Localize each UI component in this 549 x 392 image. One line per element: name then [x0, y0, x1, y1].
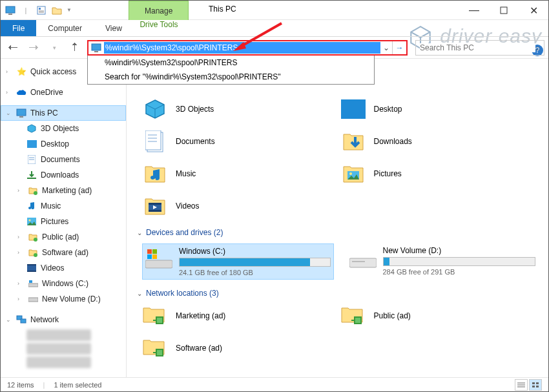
folder-videos[interactable]: Videos [142, 194, 340, 218]
network-folder-icon [142, 304, 168, 327]
sidebar-music[interactable]: Music [1, 198, 126, 214]
close-button[interactable]: ✕ [519, 1, 548, 20]
back-button[interactable]: 🠐 [5, 39, 21, 56]
titlebar: | ▼ Manage This PC ― ✕ [1, 1, 548, 20]
sidebar-drive-d[interactable]: ›New Volume (D:) [1, 291, 126, 307]
sidebar-desktop[interactable]: Desktop [1, 136, 126, 152]
svg-rect-28 [28, 298, 38, 302]
sidebar-public[interactable]: ›Public (ad) [1, 229, 126, 245]
up-button[interactable]: 🠑 [67, 39, 83, 56]
svg-rect-26 [28, 284, 38, 287]
properties-icon[interactable] [34, 3, 48, 17]
section-network-locations[interactable]: ⌄Network locations (3) [137, 289, 538, 298]
tab-view[interactable]: View [94, 20, 134, 36]
document-icon [26, 154, 37, 165]
maximize-button[interactable] [489, 1, 519, 20]
forward-button[interactable]: 🠒 [25, 39, 42, 56]
folder-desktop[interactable]: Desktop [340, 98, 539, 121]
manage-contextual-tab[interactable]: Manage [129, 1, 189, 20]
sidebar-3d-objects[interactable]: 3D Objects [1, 121, 126, 136]
svg-rect-49 [352, 261, 365, 262]
svg-rect-27 [29, 280, 32, 283]
sidebar-pictures[interactable]: Pictures [1, 214, 126, 229]
new-folder-icon[interactable] [50, 3, 64, 17]
svg-rect-6 [501, 7, 507, 14]
folder-3d-objects[interactable]: 3D Objects [142, 98, 340, 121]
desktop-icon [340, 98, 366, 121]
network-marketing[interactable]: Marketing (ad) [142, 304, 340, 327]
folder-music[interactable]: Music [142, 162, 340, 185]
music-icon [142, 162, 168, 185]
tab-file[interactable]: File [1, 20, 36, 36]
svg-rect-31 [341, 99, 366, 119]
minimize-button[interactable]: ― [459, 1, 489, 20]
sidebar-marketing[interactable]: ›Marketing (ad) [1, 183, 126, 198]
network-folder-icon [28, 185, 38, 196]
folder-pictures[interactable]: Pictures [340, 162, 539, 185]
svg-point-18 [34, 191, 37, 195]
drive-usage-bar [384, 258, 389, 265]
document-icon [142, 130, 168, 153]
drive-icon [28, 294, 38, 304]
suggestion-item[interactable]: Search for "%windir%\System32\spool\PRIN… [88, 70, 374, 84]
search-box[interactable]: ⌕ [415, 40, 544, 56]
drive-icon [28, 278, 38, 289]
suggestion-item[interactable]: %windir%\System32\spool\PRINTERS [88, 56, 374, 70]
chevron-down-icon: ⌄ [137, 290, 142, 297]
cloud-icon [16, 87, 26, 98]
drive-d[interactable]: New Volume (D:) 284 GB free of 291 GB [347, 243, 539, 280]
sidebar-network[interactable]: ⌄Network [1, 312, 126, 327]
address-suggestions: %windir%\System32\spool\PRINTERS Search … [87, 56, 375, 85]
address-bar[interactable]: ⌄ → [87, 40, 408, 56]
svg-rect-0 [6, 6, 15, 13]
tab-computer[interactable]: Computer [36, 20, 94, 36]
folder-downloads[interactable]: Downloads [340, 130, 539, 153]
svg-rect-47 [152, 254, 157, 259]
icons-view-button[interactable] [529, 379, 542, 391]
go-button[interactable]: → [392, 41, 406, 54]
svg-rect-3 [39, 8, 41, 10]
chevron-down-icon[interactable]: ▼ [67, 7, 72, 13]
svg-rect-8 [94, 51, 98, 52]
folder-documents[interactable]: Documents [142, 130, 340, 153]
drive-icon [349, 246, 377, 269]
sidebar-drive-c[interactable]: ›Windows (C:) [1, 276, 126, 291]
sidebar-onedrive[interactable]: ›OneDrive [1, 85, 126, 100]
address-history-dropdown[interactable]: ⌄ [380, 43, 392, 52]
svg-rect-25 [27, 271, 36, 272]
navigation-pane: ›⭐Quick access ›OneDrive ⌄This PC 3D Obj… [1, 59, 127, 377]
svg-rect-13 [27, 140, 37, 148]
sidebar-this-pc[interactable]: ⌄This PC [1, 105, 126, 121]
blurred-item [26, 329, 91, 341]
cube-icon [142, 98, 168, 121]
sidebar-documents[interactable]: Documents [1, 152, 126, 167]
svg-point-22 [34, 253, 37, 257]
window-title: This PC [209, 5, 236, 14]
video-icon [142, 194, 168, 218]
sidebar-downloads[interactable]: Downloads [1, 167, 126, 183]
network-public[interactable]: Public (ad) [340, 304, 539, 327]
address-input[interactable] [104, 42, 380, 54]
svg-rect-30 [21, 319, 26, 323]
section-devices-drives[interactable]: ⌄Devices and drives (2) [137, 228, 538, 237]
music-icon [26, 201, 37, 211]
status-bar: 12 items | 1 item selected [1, 377, 548, 391]
search-input[interactable] [420, 43, 535, 52]
svg-rect-48 [349, 258, 377, 267]
search-icon[interactable]: ⌕ [535, 43, 540, 52]
details-view-button[interactable] [515, 379, 528, 391]
network-software[interactable]: Software (ad) [142, 336, 340, 360]
blurred-item [26, 356, 91, 368]
svg-rect-40 [149, 203, 161, 205]
picture-icon [340, 162, 366, 185]
status-selected-count: 1 item selected [54, 381, 101, 389]
sidebar-videos[interactable]: Videos [1, 260, 126, 276]
svg-rect-2 [37, 6, 45, 14]
svg-rect-1 [8, 14, 12, 15]
svg-rect-54 [536, 382, 539, 384]
recent-dropdown[interactable]: ▾ [46, 39, 63, 56]
sidebar-software[interactable]: ›Software (ad) [1, 245, 126, 260]
drive-c[interactable]: Windows (C:) 24.1 GB free of 180 GB [142, 243, 334, 280]
tab-drive-tools[interactable]: Drive Tools [129, 20, 189, 29]
thispc-icon [3, 3, 17, 17]
